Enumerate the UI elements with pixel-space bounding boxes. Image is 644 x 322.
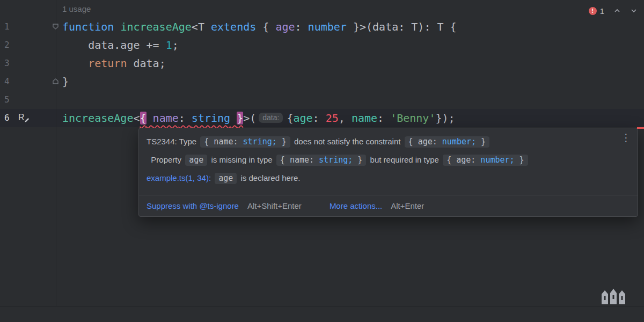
code-line[interactable]: return data; [62,54,457,72]
tooltip-text: but required in type [368,155,441,164]
error-stripe-mark[interactable] [637,127,644,129]
more-actions-link[interactable]: More actions... [330,201,382,210]
gutter-separator [56,0,56,306]
code-token: } [62,75,69,88]
code-token: 1 [166,39,172,52]
tooltip-footer: Suppress with @ts-ignore Alt+Shift+Enter… [147,195,424,216]
code-chip: { age: number; } [443,155,528,166]
chevron-up-icon [613,7,621,14]
tooltip-text [211,173,213,182]
code-token: data.age [62,39,147,52]
code-chip: age [185,155,207,166]
tooltip-row: example.ts(1, 34): age is declared here. [147,169,616,187]
line-number: 2 [4,36,10,54]
line-number: 6 [4,109,10,127]
code-line[interactable]: } [62,72,457,91]
tooltip-text: does not satisfy the constraint [292,137,403,146]
line-number: 3 [4,54,10,72]
code-token: name [352,112,377,125]
towers-icon[interactable] [601,288,627,306]
code-token: function [62,20,120,33]
line-number: 1 [4,18,10,36]
code-token: : [313,112,326,125]
next-error-button[interactable] [630,7,638,14]
code-token: : [377,112,390,125]
code-chip: { name: string; } [276,155,367,166]
code-editor[interactable]: 123456 1 usage function increaseAge<T ex… [0,0,644,306]
code-token: name [153,112,179,125]
fold-region-start-icon[interactable] [52,23,59,32]
tooltip-row: TS2344: Type { name: string; } does not … [147,133,616,151]
code-chip: age [215,173,237,184]
code-token: age [293,112,312,125]
inspections-widget[interactable]: ! 1 [589,5,638,16]
code-token: ): [418,20,437,33]
code-chip: { age: number; } [405,136,490,148]
code-token: += [147,39,166,52]
code-line[interactable] [62,91,457,109]
parameter-hint-inlay: data: [259,113,283,123]
code-token: 'Benny' [390,112,435,125]
tooltip-text: is declared here. [238,173,300,182]
code-token: 25 [326,112,339,125]
code-line[interactable]: function increaseAge<T extends { age: nu… [62,18,457,36]
code-token: number [308,20,347,33]
file-link[interactable]: example.ts(1, 34): [147,173,211,182]
code-token [147,112,153,125]
more-menu-icon[interactable]: ⋮ [621,133,631,143]
code-token: extends [211,20,262,33]
code-token: < [192,20,198,33]
code-chip: { name: string; } [200,136,290,148]
line-number: 5 [4,91,10,109]
tooltip-text: is missing in type [209,155,275,164]
code-token: : [398,20,411,33]
code-token: >( [360,20,372,33]
code-token: { [262,20,275,33]
code-token: , [339,112,352,125]
code-token: data [372,20,398,33]
error-indicator-icon[interactable]: ! [589,7,597,15]
chevron-down-icon [630,7,638,14]
rename-refactoring-icon[interactable]: R [18,111,30,124]
code-token: { [140,112,147,125]
error-tooltip: TS2344: Type { name: string; } does not … [138,128,638,217]
tooltip-text: TS2344: Type [147,137,199,146]
previous-error-button[interactable] [613,7,621,14]
code-token: } [237,112,243,125]
code-token [62,57,88,70]
code-line[interactable]: increaseAge<{ name: string }>(data:{age:… [62,109,457,127]
code-token: : [295,20,308,33]
code-token: } [347,20,360,33]
code-token: T [198,20,211,33]
code-area[interactable]: function increaseAge<T extends { age: nu… [62,18,457,127]
error-count: 1 [600,6,604,16]
code-token: }); [435,112,455,125]
code-token: >( [243,112,256,125]
pencil-icon [24,117,30,123]
tooltip-text: Property [147,155,184,164]
code-token: increaseAge [62,112,133,125]
code-line[interactable]: data.age += 1; [62,36,457,54]
suppress-link[interactable]: Suppress with @ts-ignore [147,201,239,210]
fold-region-end-icon[interactable] [52,77,59,87]
code-token: age [275,20,295,33]
line-number: 4 [4,72,10,91]
code-token: string [192,112,230,125]
code-token: return [88,57,133,70]
tooltip-body: TS2344: Type { name: string; } does not … [139,128,638,187]
code-token: < [133,112,140,125]
usages-inlay-hint[interactable]: 1 usage [62,4,91,13]
code-token: data [133,57,159,70]
code-token: ; [159,57,166,70]
gutter[interactable]: 123456 [4,18,10,127]
code-token: { [450,20,457,33]
suppress-shortcut: Alt+Shift+Enter [247,201,302,210]
code-token: T [437,20,450,33]
tooltip-row: Property age is missing in type { name: … [147,151,616,169]
code-token: { [287,112,293,125]
code-token [230,112,237,125]
code-token: ; [172,39,179,52]
code-token: increaseAge [120,20,191,33]
code-token: T [411,20,418,33]
code-token: : [179,112,192,125]
